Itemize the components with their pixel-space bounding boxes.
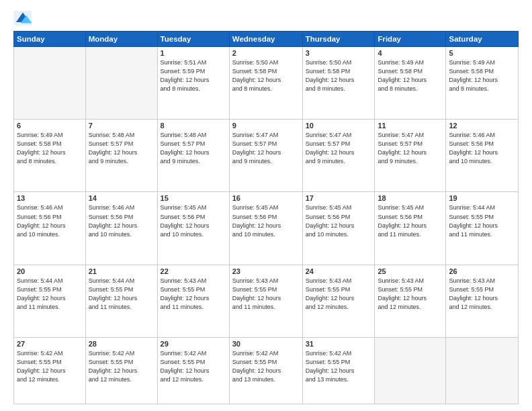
day-number: 10 [306, 122, 372, 130]
day-info: Sunrise: 5:44 AM Sunset: 5:55 PM Dayligh… [89, 277, 154, 312]
calendar-cell: 17Sunrise: 5:45 AM Sunset: 5:56 PM Dayli… [302, 192, 375, 265]
day-info: Sunrise: 5:51 AM Sunset: 5:59 PM Dayligh… [161, 58, 226, 93]
weekday-header-row: SundayMondayTuesdayWednesdayThursdayFrid… [14, 32, 519, 47]
day-info: Sunrise: 5:45 AM Sunset: 5:56 PM Dayligh… [378, 203, 443, 238]
day-info: Sunrise: 5:46 AM Sunset: 5:56 PM Dayligh… [89, 203, 154, 238]
calendar-cell: 6Sunrise: 5:49 AM Sunset: 5:58 PM Daylig… [14, 120, 86, 192]
day-info: Sunrise: 5:43 AM Sunset: 5:55 PM Dayligh… [161, 277, 226, 312]
day-info: Sunrise: 5:45 AM Sunset: 5:56 PM Dayligh… [232, 203, 300, 238]
day-info: Sunrise: 5:44 AM Sunset: 5:55 PM Dayligh… [449, 203, 515, 238]
day-number: 15 [161, 194, 226, 202]
day-number: 28 [89, 340, 154, 348]
calendar-cell: 22Sunrise: 5:43 AM Sunset: 5:55 PM Dayli… [157, 265, 229, 337]
calendar-cell: 28Sunrise: 5:42 AM Sunset: 5:55 PM Dayli… [85, 337, 157, 404]
calendar-cell [446, 337, 519, 404]
calendar-cell: 9Sunrise: 5:47 AM Sunset: 5:57 PM Daylig… [229, 120, 302, 192]
day-number: 22 [161, 267, 226, 275]
day-number: 13 [17, 194, 83, 202]
weekday-header-sunday: Sunday [14, 32, 86, 47]
day-info: Sunrise: 5:48 AM Sunset: 5:57 PM Dayligh… [89, 131, 154, 166]
day-number: 18 [378, 194, 443, 202]
calendar-cell: 30Sunrise: 5:42 AM Sunset: 5:55 PM Dayli… [229, 337, 302, 404]
day-number: 23 [232, 267, 300, 275]
calendar-cell [14, 47, 86, 120]
calendar-cell: 15Sunrise: 5:45 AM Sunset: 5:56 PM Dayli… [157, 192, 229, 265]
calendar-table: SundayMondayTuesdayWednesdayThursdayFrid… [13, 31, 519, 404]
day-number: 31 [306, 340, 372, 348]
day-info: Sunrise: 5:42 AM Sunset: 5:55 PM Dayligh… [306, 349, 372, 384]
day-number: 17 [306, 194, 372, 202]
day-number: 19 [449, 194, 515, 202]
calendar-cell: 7Sunrise: 5:48 AM Sunset: 5:57 PM Daylig… [85, 120, 157, 192]
day-info: Sunrise: 5:43 AM Sunset: 5:55 PM Dayligh… [306, 277, 372, 312]
calendar-cell: 31Sunrise: 5:42 AM Sunset: 5:55 PM Dayli… [302, 337, 375, 404]
day-info: Sunrise: 5:42 AM Sunset: 5:55 PM Dayligh… [161, 349, 226, 384]
day-info: Sunrise: 5:45 AM Sunset: 5:56 PM Dayligh… [161, 203, 226, 238]
weekday-header-tuesday: Tuesday [157, 32, 229, 47]
day-number: 20 [17, 267, 83, 275]
day-info: Sunrise: 5:47 AM Sunset: 5:57 PM Dayligh… [378, 131, 443, 166]
day-number: 21 [89, 267, 154, 275]
calendar-cell: 12Sunrise: 5:46 AM Sunset: 5:56 PM Dayli… [446, 120, 519, 192]
day-number: 30 [232, 340, 300, 348]
calendar-cell: 2Sunrise: 5:50 AM Sunset: 5:58 PM Daylig… [229, 47, 302, 120]
weekday-header-wednesday: Wednesday [229, 32, 302, 47]
weekday-header-saturday: Saturday [446, 32, 519, 47]
calendar-cell: 4Sunrise: 5:49 AM Sunset: 5:58 PM Daylig… [375, 47, 446, 120]
day-number: 5 [449, 49, 515, 57]
day-number: 26 [449, 267, 515, 275]
day-number: 4 [378, 49, 443, 57]
calendar-cell: 5Sunrise: 5:49 AM Sunset: 5:58 PM Daylig… [446, 47, 519, 120]
calendar-cell: 24Sunrise: 5:43 AM Sunset: 5:55 PM Dayli… [302, 265, 375, 337]
day-number: 3 [306, 49, 372, 57]
day-info: Sunrise: 5:42 AM Sunset: 5:55 PM Dayligh… [232, 349, 300, 384]
week-row-2: 13Sunrise: 5:46 AM Sunset: 5:56 PM Dayli… [14, 192, 519, 265]
day-info: Sunrise: 5:43 AM Sunset: 5:55 PM Dayligh… [378, 277, 443, 312]
page: SundayMondayTuesdayWednesdayThursdayFrid… [0, 0, 532, 411]
calendar-cell: 8Sunrise: 5:48 AM Sunset: 5:57 PM Daylig… [157, 120, 229, 192]
day-number: 14 [89, 194, 154, 202]
day-info: Sunrise: 5:49 AM Sunset: 5:58 PM Dayligh… [378, 58, 443, 93]
day-info: Sunrise: 5:47 AM Sunset: 5:57 PM Dayligh… [306, 131, 372, 166]
day-number: 9 [232, 122, 300, 130]
week-row-3: 20Sunrise: 5:44 AM Sunset: 5:55 PM Dayli… [14, 265, 519, 337]
calendar-cell: 20Sunrise: 5:44 AM Sunset: 5:55 PM Dayli… [14, 265, 86, 337]
day-number: 7 [89, 122, 154, 130]
logo [13, 11, 35, 26]
calendar-cell: 26Sunrise: 5:43 AM Sunset: 5:55 PM Dayli… [446, 265, 519, 337]
calendar-cell: 10Sunrise: 5:47 AM Sunset: 5:57 PM Dayli… [302, 120, 375, 192]
day-number: 27 [17, 340, 83, 348]
day-info: Sunrise: 5:49 AM Sunset: 5:58 PM Dayligh… [449, 58, 515, 93]
weekday-header-friday: Friday [375, 32, 446, 47]
logo-icon [13, 11, 32, 26]
calendar-cell: 21Sunrise: 5:44 AM Sunset: 5:55 PM Dayli… [85, 265, 157, 337]
day-info: Sunrise: 5:46 AM Sunset: 5:56 PM Dayligh… [17, 203, 83, 238]
calendar-cell [375, 337, 446, 404]
day-info: Sunrise: 5:42 AM Sunset: 5:55 PM Dayligh… [89, 349, 154, 384]
calendar-cell: 14Sunrise: 5:46 AM Sunset: 5:56 PM Dayli… [85, 192, 157, 265]
day-number: 2 [232, 49, 300, 57]
day-info: Sunrise: 5:50 AM Sunset: 5:58 PM Dayligh… [306, 58, 372, 93]
day-info: Sunrise: 5:43 AM Sunset: 5:55 PM Dayligh… [449, 277, 515, 312]
calendar-cell: 13Sunrise: 5:46 AM Sunset: 5:56 PM Dayli… [14, 192, 86, 265]
week-row-0: 1Sunrise: 5:51 AM Sunset: 5:59 PM Daylig… [14, 47, 519, 120]
day-number: 1 [161, 49, 226, 57]
day-info: Sunrise: 5:50 AM Sunset: 5:58 PM Dayligh… [232, 58, 300, 93]
weekday-header-thursday: Thursday [302, 32, 375, 47]
calendar-cell [85, 47, 157, 120]
calendar-cell: 23Sunrise: 5:43 AM Sunset: 5:55 PM Dayli… [229, 265, 302, 337]
day-info: Sunrise: 5:45 AM Sunset: 5:56 PM Dayligh… [306, 203, 372, 238]
day-info: Sunrise: 5:47 AM Sunset: 5:57 PM Dayligh… [232, 131, 300, 166]
calendar-cell: 3Sunrise: 5:50 AM Sunset: 5:58 PM Daylig… [302, 47, 375, 120]
day-info: Sunrise: 5:44 AM Sunset: 5:55 PM Dayligh… [17, 277, 83, 312]
calendar-cell: 29Sunrise: 5:42 AM Sunset: 5:55 PM Dayli… [157, 337, 229, 404]
calendar-cell: 11Sunrise: 5:47 AM Sunset: 5:57 PM Dayli… [375, 120, 446, 192]
day-number: 12 [449, 122, 515, 130]
day-number: 29 [161, 340, 226, 348]
day-info: Sunrise: 5:46 AM Sunset: 5:56 PM Dayligh… [449, 131, 515, 166]
day-info: Sunrise: 5:42 AM Sunset: 5:55 PM Dayligh… [17, 349, 83, 384]
calendar-cell: 19Sunrise: 5:44 AM Sunset: 5:55 PM Dayli… [446, 192, 519, 265]
day-info: Sunrise: 5:48 AM Sunset: 5:57 PM Dayligh… [161, 131, 226, 166]
calendar-cell: 18Sunrise: 5:45 AM Sunset: 5:56 PM Dayli… [375, 192, 446, 265]
calendar-cell: 16Sunrise: 5:45 AM Sunset: 5:56 PM Dayli… [229, 192, 302, 265]
